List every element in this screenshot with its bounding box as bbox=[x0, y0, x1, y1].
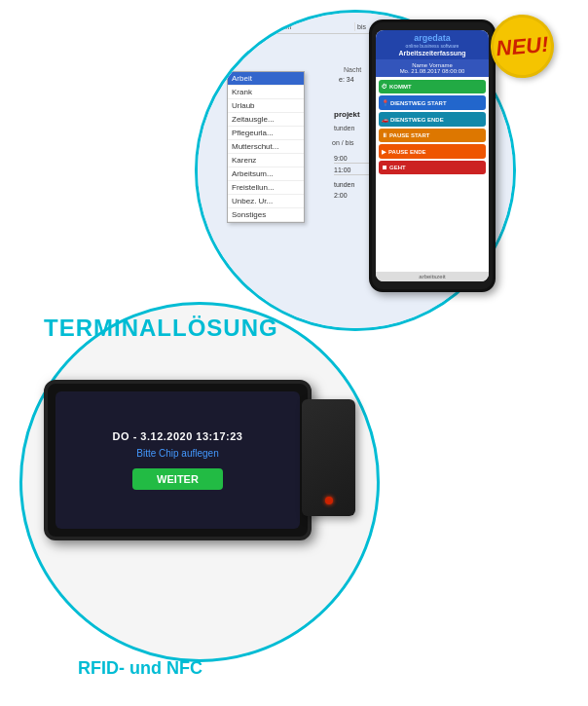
neu-text: NEU! bbox=[496, 31, 550, 61]
phone-brand: argedata bbox=[378, 33, 487, 43]
dropdown-item-karenz[interactable]: Karenz bbox=[228, 154, 304, 167]
terminal-date: DO - 3.12.2020 13:17:23 bbox=[113, 430, 243, 442]
time-200: 2:00 bbox=[334, 191, 348, 200]
arbeitszeit-footer: arbeitszeit bbox=[376, 272, 489, 281]
dropdown-item-zeitausgleich[interactable]: Zeitausgle... bbox=[228, 113, 304, 127]
terminal-tablet: DO - 3.12.2020 13:17:23 Bitte Chip aufle… bbox=[44, 380, 312, 540]
btn-pause-start-label: PAUSE START bbox=[389, 132, 429, 138]
stunden-label2: tunden bbox=[334, 125, 354, 131]
dropdown-item-mutterschutz[interactable]: Mutterschut... bbox=[228, 140, 304, 154]
btn-geht[interactable]: ⏹ GEHT bbox=[379, 161, 486, 174]
terminal-label: TERMINALLÖSUNG bbox=[44, 315, 278, 342]
von-bis-label: on / bis bbox=[332, 139, 354, 146]
btn-dienstweg-ende[interactable]: 🚗 DIENSTWEG ENDE bbox=[379, 112, 486, 127]
stunden-label: e: 34 bbox=[339, 76, 354, 83]
btn-pause-ende[interactable]: ▶ PAUSE ENDE bbox=[379, 144, 486, 159]
dropdown-item-pflegeurlaub[interactable]: Pflegeurla... bbox=[228, 127, 304, 140]
phone-subtitle: online business software bbox=[378, 43, 487, 49]
btn-geht-label: GEHT bbox=[389, 165, 406, 170]
dienstweg-ende-icon: 🚗 bbox=[382, 116, 388, 123]
phone-title: Arbeitszeiterfassung bbox=[378, 50, 487, 56]
rfid-label: RFID- und NFC bbox=[78, 658, 202, 679]
user-date: Mo. 21.08.2017 08:00:00 bbox=[378, 68, 487, 74]
dropdown-item-unbez[interactable]: Unbez. Ur... bbox=[228, 195, 304, 208]
dienstweg-start-icon: 📍 bbox=[382, 99, 388, 106]
col-typ: Typ bbox=[202, 22, 278, 31]
phone-buttons: ⏱ KOMMT 📍 DIENSTWEG START 🚗 DIENSTWEG EN… bbox=[376, 77, 489, 272]
terminal-device: DO - 3.12.2020 13:17:23 Bitte Chip aufle… bbox=[44, 380, 355, 555]
time-900: 9:00 bbox=[334, 155, 348, 162]
dropdown-item-urlaub[interactable]: Urlaub bbox=[228, 99, 304, 113]
dropdown-item-krank[interactable]: Krank bbox=[228, 86, 304, 99]
projekt-label: projekt bbox=[334, 110, 360, 119]
terminal-weiter-button[interactable]: WEITER bbox=[132, 468, 223, 490]
btn-dienstweg-start-label: DIENSTWEG START bbox=[390, 100, 447, 106]
pause-ende-icon: ▶ bbox=[382, 148, 386, 155]
btn-kommt-label: KOMMT bbox=[389, 84, 412, 90]
col-von: von bbox=[278, 22, 355, 31]
time-label: tunden bbox=[334, 181, 354, 188]
type-dropdown[interactable]: Arbeit Krank Urlaub Zeitausgle... Pflege… bbox=[227, 71, 305, 223]
btn-dienstweg-start[interactable]: 📍 DIENSTWEG START bbox=[379, 95, 486, 110]
nfc-reader bbox=[302, 399, 355, 516]
btn-pause-ende-label: PAUSE ENDE bbox=[388, 149, 426, 155]
dropdown-item-arbeit[interactable]: Arbeit bbox=[228, 72, 304, 86]
phone-header: argedata online business software Arbeit… bbox=[376, 30, 489, 59]
phone-screen: argedata online business software Arbeit… bbox=[376, 30, 489, 281]
phone-user: Name Vorname Mo. 21.08.2017 08:00:00 bbox=[376, 59, 489, 77]
btn-dienstweg-ende-label: DIENSTWEG ENDE bbox=[390, 117, 444, 123]
nacht-label: Nacht bbox=[344, 66, 361, 73]
nfc-led bbox=[325, 497, 333, 504]
time-1100: 11:00 bbox=[334, 167, 351, 173]
btn-pause-start[interactable]: ⏸ PAUSE START bbox=[379, 129, 486, 142]
terminal-screen: DO - 3.12.2020 13:17:23 Bitte Chip aufle… bbox=[55, 391, 300, 529]
kommt-icon: ⏱ bbox=[382, 84, 387, 90]
dropdown-item-sonstiges[interactable]: Sonstiges bbox=[228, 208, 304, 222]
dropdown-item-arbeitsum[interactable]: Arbeitsum... bbox=[228, 167, 304, 181]
btn-kommt[interactable]: ⏱ KOMMT bbox=[379, 80, 486, 93]
dropdown-item-freistellung[interactable]: Freistellun... bbox=[228, 181, 304, 195]
pause-start-icon: ⏸ bbox=[382, 132, 387, 138]
phone-device: argedata online business software Arbeit… bbox=[369, 19, 496, 292]
geht-icon: ⏹ bbox=[382, 165, 387, 170]
terminal-prompt: Bitte Chip auflegen bbox=[136, 448, 219, 459]
